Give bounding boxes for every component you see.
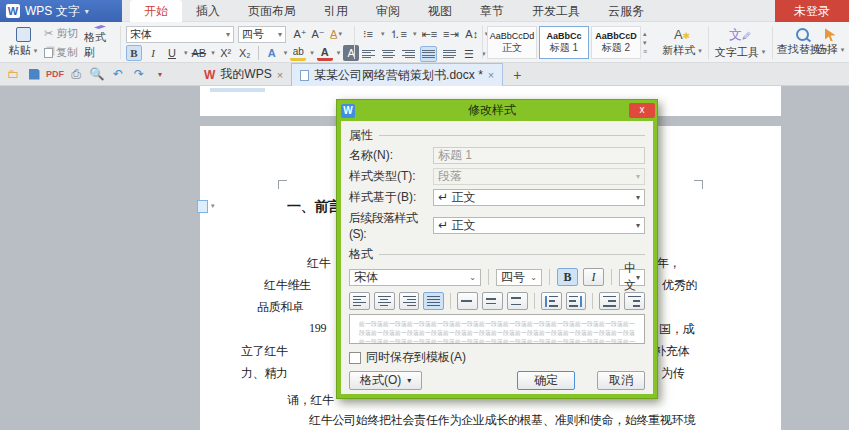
redo-icon[interactable]: ↷ (131, 66, 147, 82)
divider (611, 269, 612, 285)
export-pdf-icon[interactable]: PDF (47, 66, 63, 82)
underline-button[interactable]: U (164, 45, 180, 61)
new-style-icon: A✱ (674, 27, 690, 42)
dialog-language-combo[interactable]: 中文 ▾ (619, 269, 645, 286)
open-folder-icon[interactable]: 🗀 (5, 66, 21, 82)
save-icon[interactable] (26, 66, 42, 82)
menu-tab-view[interactable]: 视图 (414, 0, 466, 22)
customize-toolbar-icon[interactable]: ▾ (152, 66, 168, 82)
format-painter-icon (94, 25, 106, 29)
based-on-select[interactable]: ↵ 正文 ▾ (433, 189, 645, 206)
dialog-align-left-button[interactable] (349, 292, 370, 310)
styles-more-button[interactable]: ≡ (643, 48, 647, 55)
format-painter-button[interactable]: 格式刷 (84, 25, 116, 60)
styles-scroll-down-button[interactable]: ▾ (643, 39, 647, 47)
menu-tab-row: 开始插入页面布局引用审阅视图章节开发工具云服务 (130, 0, 658, 22)
numbering-button[interactable]: ⒈≡ (389, 26, 408, 42)
dialog-font-name-combo[interactable]: 宋体 ⌄ (349, 269, 481, 286)
app-menu-button[interactable]: W WPS 文字 ▾ (0, 0, 122, 22)
dialog-align-right-button[interactable] (399, 292, 420, 310)
close-tab-icon[interactable]: × (488, 69, 494, 81)
dialog-single-spacing-button[interactable] (457, 292, 478, 310)
dialog-double-spacing-button[interactable] (507, 292, 528, 310)
font-color-button[interactable]: A (317, 45, 333, 61)
increase-indent-button[interactable]: ≡⇥ (442, 26, 460, 42)
select-button[interactable]: 选择▾ (812, 25, 848, 60)
undo-icon[interactable]: ↶ (110, 66, 126, 82)
font-name-combo[interactable]: 宋体▾ (126, 26, 234, 43)
phonetic-guide-button[interactable]: A̲▾ (328, 26, 344, 42)
cancel-button[interactable]: 取消 (597, 371, 645, 390)
shrink-font-button[interactable]: A⁻ (310, 26, 326, 42)
bullets-button[interactable]: ⁝≡ (360, 26, 376, 42)
styles-scroll-up-button[interactable]: ▴ (643, 30, 647, 38)
new-style-button[interactable]: A✱ 新样式▾ (660, 25, 704, 60)
menu-tab-cloud[interactable]: 云服务 (594, 0, 658, 22)
menu-tab-references[interactable]: 引用 (310, 0, 362, 22)
dialog-bold-button[interactable]: B (557, 268, 578, 286)
dialog-font-size-combo[interactable]: 四号 ⌄ (496, 269, 542, 286)
new-tab-button[interactable]: + (513, 67, 521, 83)
line-spacing-button[interactable]: ☰ (461, 46, 477, 62)
divider (534, 293, 535, 309)
cut-label: 剪切 (56, 26, 78, 41)
next-style-select[interactable]: ↵ 正文 ▾ (433, 217, 645, 234)
menu-tab-insert[interactable]: 插入 (182, 0, 234, 22)
dialog-justify-button[interactable] (423, 292, 444, 310)
font-size-combo[interactable]: 四号▾ (238, 26, 286, 43)
align-right-button[interactable] (400, 46, 416, 62)
save-to-template-checkbox[interactable] (349, 352, 361, 364)
ok-button[interactable]: 确定 (517, 371, 575, 390)
tab-document[interactable]: 某某公司网络营销策划书.docx * × (291, 63, 503, 86)
align-center-button[interactable] (380, 46, 396, 62)
menu-tab-start[interactable]: 开始 (130, 0, 182, 22)
text-effects-button[interactable]: A (264, 45, 280, 61)
tab-wps-home[interactable]: W 我的WPS × (196, 63, 291, 86)
doc-text-fragment: 力、精力 (241, 365, 288, 382)
format-menu-button[interactable]: 格式(O) ▾ (349, 371, 422, 390)
italic-button[interactable]: I (145, 45, 161, 61)
style-select-icon[interactable] (197, 200, 208, 213)
menu-tab-section[interactable]: 章节 (466, 0, 518, 22)
grow-font-button[interactable]: A⁺ (292, 26, 308, 42)
dialog-decrease-indent-button[interactable] (599, 292, 620, 310)
highlight-color-button[interactable]: ab (290, 45, 306, 61)
char-shading-button[interactable]: A (343, 45, 359, 61)
bold-button[interactable]: B (126, 45, 142, 61)
copy-button[interactable]: 复制 (44, 45, 78, 60)
close-icon[interactable]: x (629, 103, 655, 118)
margin-mark-top-left (278, 180, 287, 189)
subscript-button[interactable]: X₂ (237, 45, 253, 61)
align-left-button[interactable] (360, 46, 376, 62)
strikethrough-button[interactable]: AB (191, 45, 208, 61)
style-card-body-text[interactable]: AaBbCcDd 正文 (487, 26, 537, 59)
doc-tabs: W 我的WPS × 某某公司网络营销策划书.docx * × + (196, 63, 521, 86)
print-preview-icon[interactable]: 🔍 (89, 66, 105, 82)
style-card-heading-2[interactable]: AaBbCcD 标题 2 (591, 26, 641, 59)
login-button[interactable]: 未登录 (775, 0, 849, 22)
menu-tab-dev-tools[interactable]: 开发工具 (518, 0, 594, 22)
cut-button[interactable]: ✂剪切 (44, 26, 78, 41)
superscript-button[interactable]: X² (218, 45, 234, 61)
dialog-align-center-button[interactable] (374, 292, 395, 310)
dialog-1-5-spacing-button[interactable] (482, 292, 503, 310)
distribute-button[interactable] (441, 46, 457, 62)
decrease-indent-button[interactable]: ⇤≡ (420, 26, 438, 42)
char-scale-button[interactable]: A↕ (464, 26, 480, 42)
dialog-italic-button[interactable]: I (583, 268, 604, 286)
chevron-down-icon[interactable]: ▾ (211, 202, 215, 210)
dialog-increase-space-after-button[interactable] (566, 292, 587, 310)
menu-tab-review[interactable]: 审阅 (362, 0, 414, 22)
dialog-increase-indent-button[interactable] (624, 292, 645, 310)
dialog-increase-space-before-button[interactable] (541, 292, 562, 310)
print-icon[interactable]: ⎙ (68, 66, 84, 82)
justify-button[interactable] (420, 46, 437, 62)
menu-tab-page-layout[interactable]: 页面布局 (234, 0, 310, 22)
dialog-title-bar[interactable]: W 修改样式 x (337, 100, 657, 121)
style-card-heading-1[interactable]: AaBbCc 标题 1 (539, 26, 589, 59)
paste-button[interactable]: 粘贴▾ (6, 25, 40, 60)
close-tab-icon[interactable]: × (277, 69, 283, 81)
font-name-value: 宋体 (130, 27, 152, 42)
app-name: WPS 文字 (25, 3, 80, 20)
text-tool-button[interactable]: 文🖉 文字工具▾ (712, 25, 768, 60)
